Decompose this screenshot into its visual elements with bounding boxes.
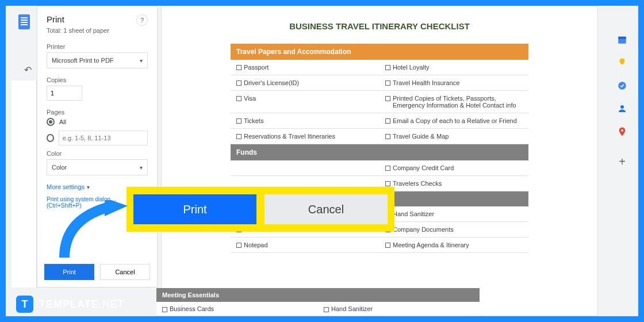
checkbox-icon [162,307,167,312]
logo-text: TEMPLATE.NET [39,298,125,310]
radio-icon [47,118,55,126]
maps-icon[interactable] [617,126,627,137]
doc-title: BUSINESS TRAVEL ITINERARY CHECKLIST [231,21,528,31]
checkbox-icon [236,80,241,86]
checklist-cell: Travelers Checks [379,176,528,191]
tasks-icon[interactable] [617,80,627,91]
copies-label: Copies [47,76,148,83]
keep-icon[interactable] [617,57,627,68]
table-row: Company Credit Card [231,160,528,176]
checklist-cell: Hand Sanitizer [379,206,528,221]
checklist-cell: Driver's License(ID) [231,75,379,90]
table-row: Business CardsHand Sanitizer [156,302,480,316]
checkbox-icon [236,243,241,248]
checkbox-icon [385,243,390,248]
cancel-button-large[interactable]: Cancel [264,194,388,224]
printer-select[interactable]: Microsoft Print to PDF ▾ [47,52,148,68]
table-row: PassportHotel Loyalty [231,60,528,75]
pages-range-input[interactable] [59,131,148,145]
contacts-icon[interactable] [617,103,627,114]
checklist-cell: Passport [231,60,379,75]
checkbox-icon [385,96,390,101]
checklist-cell: Visa [231,91,379,113]
table-row: VisaPrinted Copies of Tickets, Passports… [231,91,528,113]
checklist-cell: Hotel Loyalty [379,60,528,75]
checkbox-icon [324,307,329,312]
svg-point-4 [621,129,623,132]
checklist-cell: Printed Copies of Tickets, Passports, Em… [379,91,528,113]
section-header: Funds [231,144,528,160]
checkbox-icon [385,80,390,86]
print-title: Print [47,14,64,24]
checkbox-icon [385,118,390,124]
checklist-cell [231,160,379,175]
checklist-cell: Email a Copy of each to a Relative or Fr… [379,113,528,128]
add-icon[interactable]: + [619,155,626,168]
template-net-logo: T TEMPLATE.NET [16,296,125,313]
printer-label: Printer [47,43,148,50]
checklist-cell: Company Credit Card [379,160,528,175]
logo-icon: T [16,296,33,313]
color-select[interactable]: Color ▾ [47,159,148,175]
table-row: Reservations & Travel ItinerariesTravel … [231,129,528,144]
svg-point-2 [618,82,626,90]
section-header: Travel Papers and Accommodation [231,44,528,60]
undo-button[interactable]: ↶ [20,62,35,77]
right-sidebar: + [611,34,634,168]
table-header: Meeting Essentials [156,288,480,302]
print-preview: BUSINESS TRAVEL ITINERARY CHECKLIST Trav… [161,6,598,316]
copies-input[interactable] [47,86,82,101]
checkbox-icon [236,65,241,70]
print-button-large[interactable]: Print [133,194,256,224]
checklist-cell: Tickets [231,113,379,128]
highlighted-buttons: Print Cancel [126,187,394,232]
svg-rect-1 [618,37,626,39]
checklist-cell: Notepad [231,237,379,252]
pages-label: Pages [47,109,148,116]
checklist-cell: Meeting Agenda & Itinerary [379,237,528,252]
checkbox-icon [385,134,390,139]
cancel-button[interactable]: Cancel [100,264,150,280]
help-icon[interactable]: ? [136,14,148,26]
chevron-down-icon: ▾ [140,164,143,171]
print-subtitle: Total: 1 sheet of paper [47,27,148,34]
chevron-down-icon: ▾ [140,57,143,64]
color-value: Color [52,164,67,171]
print-button[interactable]: Print [44,264,94,280]
checklist-cell: Company Documents [379,222,528,237]
table-row: NotepadMeeting Agenda & Itinerary [231,237,528,253]
checklist-cell: Travel Guide & Map [379,129,528,144]
checklist-cell: Hand Sanitizer [318,302,480,316]
pages-custom-radio[interactable] [47,131,148,145]
checkbox-icon [236,96,241,101]
svg-point-3 [620,105,624,109]
printer-value: Microsoft Print to PDF [52,57,114,64]
google-docs-icon[interactable] [18,14,30,29]
pages-all-radio[interactable]: All [47,118,148,126]
table-row: Driver's License(ID)Travel Health Insura… [231,75,528,91]
checklist-cell: Reservations & Travel Itineraries [231,129,379,144]
app-frame: ↶ Print ? Total: 1 sheet of paper Printe… [6,6,638,316]
checkbox-icon [385,181,390,186]
checkbox-icon [236,118,241,124]
checklist-cell: Travel Health Insurance [379,75,528,90]
checklist-cell: Business Cards [156,302,318,316]
pointer-arrow-icon [47,200,133,263]
checkbox-icon [385,166,390,171]
checkbox-icon [385,65,390,70]
radio-icon [47,134,54,142]
background-table: Meeting Essentials Business CardsHand Sa… [156,288,480,316]
vertical-ruler [12,80,37,288]
chevron-down-icon: ▾ [87,184,90,190]
checkbox-icon [236,134,241,139]
color-label: Color [47,150,148,157]
calendar-icon[interactable] [617,34,627,45]
table-row: TicketsEmail a Copy of each to a Relativ… [231,113,528,129]
